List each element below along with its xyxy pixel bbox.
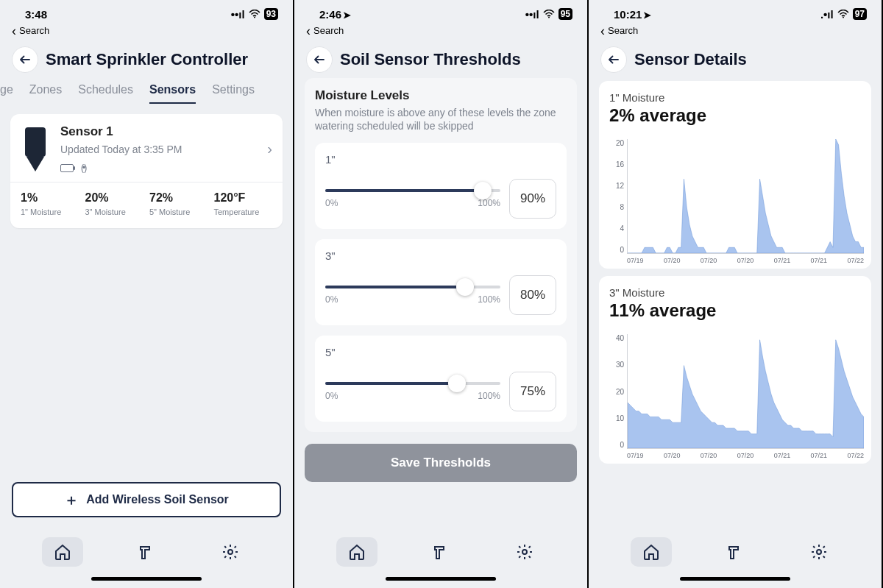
page-title: Smart Sprinkler Controller [46,50,248,69]
bottom-nav [0,530,293,588]
threshold-slider[interactable]: 0%100% [325,286,500,305]
nav-settings[interactable] [798,537,840,567]
depth-label: 3" [325,249,556,262]
metric-3in: 20% 3" Moisture [85,191,144,216]
chart-plot[interactable] [627,139,864,254]
screen-details: 10:21➤ .•ıl 97 Search Sensor Details 1" … [589,0,883,588]
threshold-value[interactable]: 90% [509,179,556,219]
wifi-icon [249,8,260,21]
threshold-value[interactable]: 75% [509,372,556,411]
wifi-icon [837,8,849,21]
status-time: 2:46➤ [319,8,351,21]
battery-level: 93 [264,8,278,20]
chart-title: 11% average [609,300,864,321]
metric-temp: 120°F Temperature [214,191,273,216]
nav-settings[interactable] [210,537,251,567]
status-icons: ••ıl 93 [231,8,278,21]
nav-home[interactable] [336,537,377,567]
sensor-metrics: 1% 1" Moisture 20% 3" Moisture 72% 5" Mo… [21,191,272,216]
metric-1in: 1% 1" Moisture [21,191,79,216]
home-indicator [91,577,202,581]
svg-point-5 [817,550,821,554]
chart-subtitle: 3" Moisture [609,286,864,299]
wifi-icon [543,8,555,21]
screen-thresholds: 2:46➤ ••ıl 95 Search Soil Sensor Thresho… [294,0,589,588]
tab-settings[interactable]: Settings [212,83,255,104]
y-axis: 201612840 [609,139,627,264]
tab-sensors[interactable]: Sensors [149,83,196,104]
svg-point-0 [254,16,255,18]
chart-card-1: 3" Moisture11% average40302010007/1907/2… [599,276,871,464]
threshold-3in: 3"0%100%80% [315,239,567,325]
chart-plot[interactable] [627,334,864,449]
signal-icon: (•) [81,163,85,173]
location-icon: ➤ [343,10,351,21]
tab-zones[interactable]: Zones [29,83,62,104]
chart-title: 2% average [609,105,864,126]
battery-icon [60,164,74,172]
status-icons: ••ıl 95 [525,8,572,21]
svg-point-2 [548,16,550,18]
tabs: ge Zones Schedules Sensors Settings [0,79,293,104]
threshold-value[interactable]: 80% [509,275,556,315]
threshold-5in: 5"0%100%75% [315,336,567,422]
page-title: Sensor Details [634,50,747,69]
metric-5in: 72% 5" Moisture [149,191,208,216]
cellular-icon: ••ıl [231,8,245,21]
nav-sprinkler[interactable] [126,537,167,567]
back-button[interactable] [12,46,38,73]
threshold-slider[interactable]: 0%100% [325,382,500,401]
status-time: 10:21➤ [614,8,651,21]
save-thresholds-button[interactable]: Save Thresholds [305,444,577,482]
plus-icon: ＋ [64,490,79,510]
battery-level: 97 [853,8,867,20]
nav-settings[interactable] [504,537,545,567]
back-to-search[interactable]: Search [294,24,587,39]
page-title: Soil Sensor Thresholds [340,50,521,69]
tab-schedules[interactable]: Schedules [78,83,133,104]
depth-label: 1" [325,153,556,166]
back-to-search[interactable]: Search [589,24,882,39]
section-desc: When moisture is above any of these leve… [315,106,567,132]
y-axis: 403020100 [609,334,627,459]
svg-point-3 [522,550,527,554]
status-time: 3:48 [25,8,47,21]
location-icon: ➤ [643,10,651,21]
tab-truncated[interactable]: ge [0,83,13,104]
cellular-icon: .•ıl [820,8,834,21]
back-button[interactable] [600,46,627,73]
sensor-card[interactable]: Sensor 1 Updated Today at 3:35 PM (•) › … [10,114,283,228]
status-icons: .•ıl 97 [820,8,867,21]
add-sensor-button[interactable]: ＋ Add Wireless Soil Sensor [12,482,281,517]
cellular-icon: ••ıl [525,8,539,21]
back-to-search[interactable]: Search [0,24,293,39]
nav-home[interactable] [631,537,672,567]
status-bar: 3:48 ••ıl 93 [0,4,293,24]
x-axis: 07/1907/2007/2007/2007/2107/2107/22 [627,452,864,459]
bottom-nav [589,530,882,588]
back-button[interactable] [306,46,333,73]
bottom-nav [294,530,587,588]
svg-point-4 [843,16,844,18]
battery-level: 95 [558,8,572,20]
nav-home[interactable] [42,537,83,567]
status-bar: 10:21➤ .•ıl 97 [589,4,882,24]
svg-point-1 [228,550,233,554]
chevron-right-icon: › [267,141,272,157]
sensor-updated: Updated Today at 3:35 PM [60,144,257,155]
x-axis: 07/1907/2007/2007/2007/2107/2107/22 [627,257,864,264]
threshold-slider[interactable]: 0%100% [325,189,500,208]
threshold-1in: 1"0%100%90% [315,143,567,229]
depth-label: 5" [325,346,556,358]
home-indicator [386,577,496,581]
nav-sprinkler[interactable] [420,537,461,567]
moisture-section: Moisture Levels When moisture is above a… [305,78,577,432]
section-title: Moisture Levels [315,88,567,103]
status-bar: 2:46➤ ••ıl 95 [294,4,587,24]
chart-card-0: 1" Moisture2% average20161284007/1907/20… [599,81,871,269]
screen-sensors: 3:48 ••ıl 93 Search Smart Sprinkler Cont… [0,0,294,588]
home-indicator [680,577,790,581]
nav-sprinkler[interactable] [714,537,756,567]
chart-subtitle: 1" Moisture [609,91,864,104]
sensor-name: Sensor 1 [60,124,257,139]
